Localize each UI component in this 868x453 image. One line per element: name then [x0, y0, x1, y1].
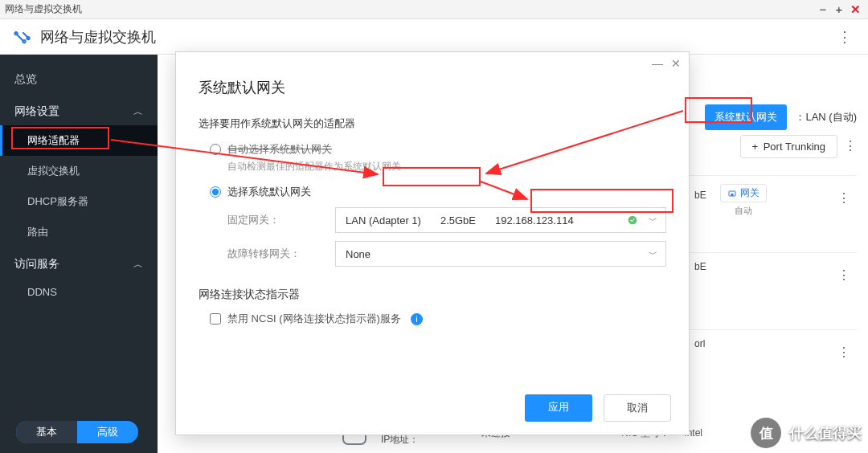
card-more-icon[interactable]: ⋮ [837, 267, 850, 283]
ip-label: IP地址： [381, 434, 419, 445]
window-close-icon[interactable]: ✕ [847, 3, 863, 15]
dialog-close-icon[interactable]: ✕ [671, 57, 681, 70]
fixed-gateway-row: 固定网关： LAN (Adapter 1) 2.5GbE 192.168.123… [227, 207, 666, 233]
chevron-up-icon: ︿ [133, 105, 143, 119]
svg-rect-1 [731, 194, 734, 196]
card-more-icon[interactable]: ⋮ [837, 190, 850, 206]
chevron-up-icon: ︿ [133, 258, 143, 271]
speed-suffix-label: bE [694, 261, 706, 272]
header-more-icon[interactable]: ⋮ [833, 28, 857, 46]
sidebar-item-label: 虚拟交换机 [27, 164, 80, 178]
dialog-body: 系统默认网关 选择要用作系统默认网关的适配器 自动选择系统默认网关 自动检测最佳… [176, 75, 689, 342]
section-select-adapter-label: 选择要用作系统默认网关的适配器 [199, 116, 666, 131]
sidebar-item-label: DDNS [27, 286, 57, 298]
port-trunking-button[interactable]: + Port Trunking [740, 135, 837, 158]
app-header: 网络与虚拟交换机 ⋮ [0, 19, 868, 55]
watermark-badge-icon: 值 [751, 418, 781, 448]
dialog-minimize-icon[interactable]: — [652, 57, 663, 70]
failover-gateway-dropdown[interactable]: None ﹀ [335, 241, 666, 267]
radio-input[interactable] [210, 186, 221, 198]
failover-gateway-row: 故障转移网关： None ﹀ [227, 241, 666, 267]
port-trunking-more-icon[interactable]: ⋮ [844, 138, 857, 153]
window-titlebar: 网络与虚拟交换机 − + ✕ [0, 0, 868, 19]
watermark-text: 什么值得买 [789, 423, 862, 443]
section-ncsi-label: 网络连接状态指示器 [199, 288, 666, 302]
chevron-down-icon: ﹀ [649, 214, 657, 226]
sidebar-item-dhcp-server[interactable]: DHCP服务器 [0, 186, 158, 217]
failover-gateway-label: 故障转移网关： [227, 247, 324, 261]
radio-select-gateway[interactable]: 选择系统默认网关 [210, 185, 666, 199]
cancel-button[interactable]: 取消 [604, 394, 671, 422]
window-minimize-icon[interactable]: − [815, 3, 831, 15]
dialog-titlebar: — ✕ [176, 52, 689, 75]
system-default-gateway-button[interactable]: 系统默认网关 [705, 104, 787, 130]
sidebar-item-overview[interactable]: 总览 [0, 64, 158, 95]
info-icon[interactable]: i [411, 313, 423, 325]
window-title: 网络与虚拟交换机 [5, 2, 815, 16]
adapter-card-3: orl ⋮ [688, 329, 857, 373]
adapter-card-2: bE ⋮ [688, 252, 857, 296]
sidebar-item-label: DHCP服务器 [27, 194, 88, 209]
speed-suffix-label: bE [694, 190, 706, 201]
sidebar-item-route[interactable]: 路由 [0, 217, 158, 247]
top-strip: 系统默认网关 ：LAN (自动) [705, 104, 857, 130]
ethernet-port-icon [727, 189, 737, 198]
sidebar-group-label: 访问服务 [14, 257, 59, 271]
adapter-card-1: bE 网关 自动 ⋮ [688, 175, 857, 218]
radio-label: 自动选择系统默认网关 [227, 142, 332, 157]
svg-point-2 [628, 216, 637, 225]
dialog-title: 系统默认网关 [199, 78, 666, 97]
system-default-gateway-dialog: — ✕ 系统默认网关 选择要用作系统默认网关的适配器 自动选择系统默认网关 自动… [175, 51, 690, 435]
radio-label: 选择系统默认网关 [227, 185, 311, 199]
lan-auto-label: ：LAN (自动) [795, 110, 857, 124]
radio-auto-select-gateway[interactable]: 自动选择系统默认网关 [210, 142, 666, 157]
sidebar-item-network-adapters[interactable]: 网络适配器 [0, 125, 158, 156]
checkbox-label: 禁用 NCSI (网络连接状态指示器)服务 [227, 312, 401, 326]
link-status-icon [627, 214, 638, 226]
gateway-auto-label: 自动 [735, 205, 850, 217]
mode-toggle: 基本 高级 [16, 421, 138, 443]
sidebar-item-virtual-switch[interactable]: 虚拟交换机 [0, 156, 158, 186]
dialog-footer: 应用 取消 [525, 394, 671, 422]
sidebar-item-ddns[interactable]: DDNS [0, 278, 158, 306]
apply-button[interactable]: 应用 [525, 394, 592, 422]
radio-auto-description: 自动检测最佳的适配器作为系统默认网关 [227, 160, 666, 173]
sidebar: 总览 网络设置 ︿ 网络适配器 虚拟交换机 DHCP服务器 路由 访问服务 ︿ … [0, 55, 158, 453]
dropdown-text: LAN (Adapter 1) 2.5GbE 192.168.123.114 [346, 214, 641, 226]
mode-basic-button[interactable]: 基本 [16, 421, 77, 443]
mode-advanced-button[interactable]: 高级 [77, 421, 138, 443]
checkbox-input[interactable] [210, 313, 221, 324]
sidebar-group-label: 网络设置 [14, 104, 59, 119]
radio-input[interactable] [210, 144, 221, 155]
fixed-gateway-label: 固定网关： [227, 213, 324, 227]
chevron-down-icon: ﹀ [649, 248, 657, 260]
watermark: 值 什么值得买 [751, 418, 862, 448]
orl-label: orl [694, 338, 705, 349]
sidebar-item-label: 网络适配器 [27, 133, 80, 148]
fixed-gateway-dropdown[interactable]: LAN (Adapter 1) 2.5GbE 192.168.123.114 ﹀ [335, 207, 666, 233]
gateway-badge: 网关 [720, 184, 767, 202]
disable-ncsi-checkbox-row[interactable]: 禁用 NCSI (网络连接状态指示器)服务 i [210, 312, 666, 326]
card-more-icon[interactable]: ⋮ [837, 345, 850, 360]
sidebar-group-network-settings[interactable]: 网络设置 ︿ [0, 95, 158, 125]
window-maximize-icon[interactable]: + [831, 3, 847, 15]
app-title: 网络与虚拟交换机 [40, 27, 833, 47]
sidebar-group-access-service[interactable]: 访问服务 ︿ [0, 247, 158, 278]
network-logo-icon [11, 27, 32, 47]
dropdown-text: None [346, 248, 641, 260]
sidebar-item-label: 路由 [27, 225, 48, 239]
sidebar-item-label: 总览 [14, 72, 37, 87]
